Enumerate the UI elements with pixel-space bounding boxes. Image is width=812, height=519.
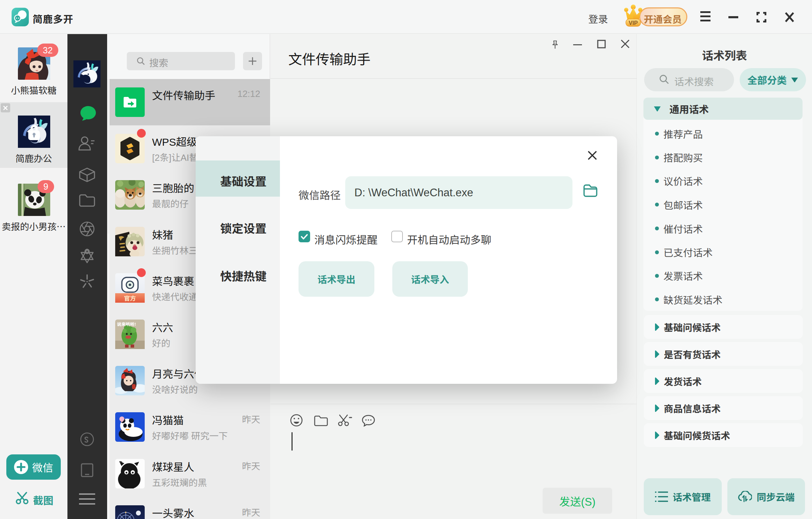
svg-text:官方: 官方	[124, 295, 136, 302]
svg-text:说来听听!: 说来听听!	[117, 322, 136, 327]
svg-text:VIP: VIP	[629, 20, 638, 26]
